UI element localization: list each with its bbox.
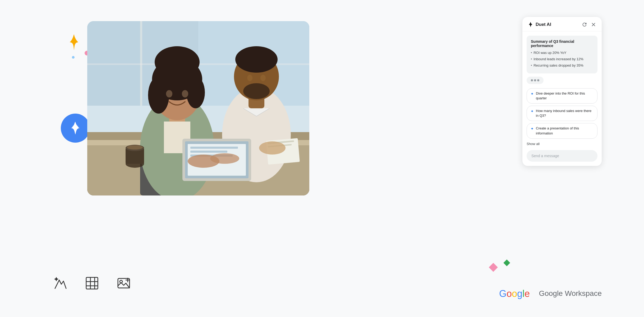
svg-rect-51 bbox=[87, 21, 309, 195]
typing-dot-3 bbox=[537, 79, 539, 81]
decorative-star bbox=[66, 34, 82, 51]
summary-list: ROI was up 20% YoY Inbound leads increas… bbox=[531, 50, 593, 68]
table-icon[interactable] bbox=[85, 276, 99, 291]
magic-write-icon[interactable] bbox=[53, 276, 68, 291]
decorative-diamond-green bbox=[503, 259, 510, 266]
suggestion-chip-1[interactable]: ✦ Dive deeper into the ROI for this quar… bbox=[527, 88, 597, 104]
suggestion-chip-3[interactable]: ✦ Create a presentation of this informat… bbox=[527, 123, 597, 138]
workspace-label: Google Workspace bbox=[539, 289, 602, 298]
svg-text:Google: Google bbox=[499, 288, 530, 299]
message-input[interactable]: Send a message bbox=[527, 150, 597, 162]
chat-title: Duet AI bbox=[536, 22, 551, 27]
summary-bullet-1: ROI was up 20% YoY bbox=[531, 50, 593, 55]
suggestion-text-2: How many inbound sales were there in Q3? bbox=[536, 109, 594, 118]
summary-card: Summary of Q3 financial performance ROI … bbox=[527, 36, 597, 73]
duet-ai-circle[interactable] bbox=[61, 114, 90, 143]
google-workspace-branding: Google Google Workspace bbox=[499, 287, 602, 300]
summary-title: Summary of Q3 financial performance bbox=[531, 39, 593, 48]
refresh-icon[interactable] bbox=[582, 22, 587, 27]
decorative-diamond-pink bbox=[489, 263, 498, 272]
chat-header-actions bbox=[582, 22, 596, 27]
suggestion-text-3: Create a presentation of this informatio… bbox=[536, 126, 594, 136]
typing-dot-1 bbox=[531, 79, 533, 81]
duet-ai-header-icon bbox=[528, 22, 533, 27]
chat-header: Duet AI bbox=[522, 17, 602, 31]
chat-header-left: Duet AI bbox=[528, 22, 551, 27]
google-logo: Google bbox=[499, 287, 536, 300]
suggestion-text-1: Dive deeper into the ROI for this quarte… bbox=[536, 91, 594, 101]
typing-dot-2 bbox=[534, 79, 536, 81]
image-icon[interactable] bbox=[116, 276, 131, 291]
svg-rect-0 bbox=[86, 277, 98, 289]
suggestion-chip-2[interactable]: ✦ How many inbound sales were there in Q… bbox=[527, 106, 597, 121]
main-container: Duet AI Summary of Q3 financial performa… bbox=[0, 0, 644, 317]
office-photo bbox=[87, 21, 309, 195]
summary-bullet-3: Recurring sales dropped by 35% bbox=[531, 63, 593, 68]
chip-star-3: ✦ bbox=[531, 126, 534, 132]
chat-panel: Duet AI Summary of Q3 financial performa… bbox=[522, 17, 602, 166]
chip-star-2: ✦ bbox=[531, 109, 534, 114]
toolbar bbox=[53, 276, 131, 291]
summary-bullet-2: Inbound leads increased by 12% bbox=[531, 57, 593, 62]
close-icon[interactable] bbox=[591, 22, 596, 27]
typing-indicator bbox=[527, 77, 544, 84]
decorative-dot-blue bbox=[72, 56, 75, 59]
show-all-link[interactable]: Show all bbox=[522, 141, 602, 149]
suggestions-container: ✦ Dive deeper into the ROI for this quar… bbox=[522, 87, 602, 141]
chip-star-1: ✦ bbox=[531, 91, 534, 97]
